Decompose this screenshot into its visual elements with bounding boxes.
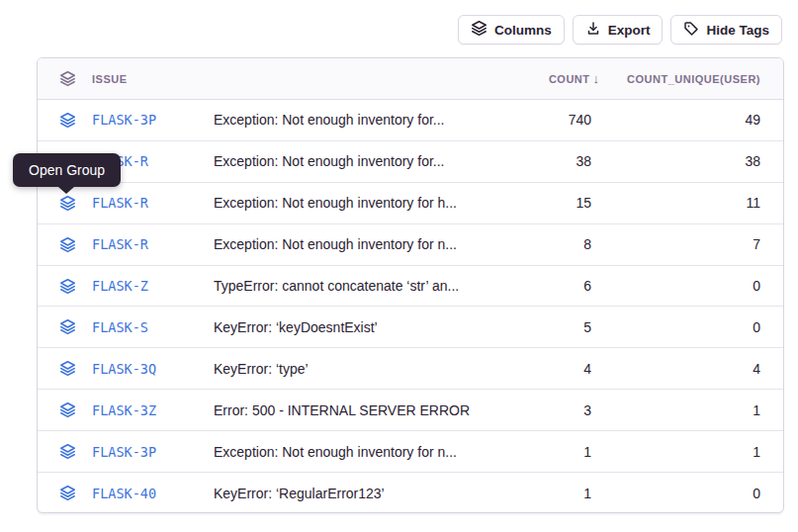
table-row: FLASK-3P Exception: Not enough inventory…: [38, 100, 783, 141]
layers-icon: [471, 20, 488, 40]
count-unique-value: 1: [607, 444, 783, 460]
issue-link[interactable]: FLASK-R: [92, 195, 148, 211]
results-table: ISSUE COUNT↓ COUNT_UNIQUE(USER) FLASK-3P…: [37, 57, 784, 513]
issue-cell: FLASK-S: [38, 318, 214, 335]
table-row: FLASK-3P Exception: Not enough inventory…: [38, 431, 783, 473]
count-unique-value: 11: [607, 195, 783, 211]
count-value: 3: [488, 402, 607, 418]
count-unique-value: 7: [607, 236, 783, 252]
table-row: FLASK-R Exception: Not enough inventory …: [38, 141, 783, 183]
open-group-layers-icon[interactable]: [59, 236, 76, 253]
toolbar: Columns Export Hide Tags: [458, 15, 782, 44]
count-unique-value: 4: [607, 361, 783, 377]
count-unique-value: 38: [607, 153, 783, 169]
hide-tags-button-label: Hide Tags: [706, 23, 769, 38]
issue-cell: FLASK-3P: [38, 112, 214, 129]
open-group-layers-icon[interactable]: [59, 485, 76, 501]
issue-link[interactable]: FLASK-R: [92, 236, 148, 252]
count-unique-value: 0: [607, 319, 783, 335]
count-value: 6: [488, 278, 607, 294]
open-group-layers-icon[interactable]: [59, 112, 76, 129]
export-button-label: Export: [608, 23, 651, 38]
issue-cell: FLASK-40: [38, 485, 214, 501]
table-row: FLASK-3Z Error: 500 - INTERNAL SERVER ER…: [38, 390, 783, 431]
issue-cell: FLASK-3P: [38, 443, 214, 460]
open-group-layers-icon[interactable]: [59, 318, 76, 335]
count-unique-value: 49: [607, 112, 783, 128]
issue-link[interactable]: FLASK-Z: [92, 278, 148, 294]
count-value: 740: [488, 112, 607, 128]
count-column-label: COUNT: [549, 73, 590, 85]
layers-icon: [59, 70, 76, 87]
open-group-layers-icon[interactable]: [59, 195, 76, 212]
issue-link[interactable]: FLASK-3P: [92, 444, 156, 460]
hide-tags-button[interactable]: Hide Tags: [670, 15, 782, 44]
table-header-row: ISSUE COUNT↓ COUNT_UNIQUE(USER): [38, 58, 783, 100]
issue-cell: FLASK-3Z: [38, 401, 214, 418]
issue-message: KeyError: ‘RegularError123’: [214, 486, 488, 501]
count-value: 1: [488, 444, 607, 460]
issue-message: TypeError: cannot concatenate ‘str’ an..…: [214, 278, 488, 294]
sort-desc-arrow-icon: ↓: [593, 71, 600, 86]
columns-button[interactable]: Columns: [458, 15, 565, 44]
issue-cell: FLASK-Z: [38, 278, 214, 295]
issue-message: Exception: Not enough inventory for...: [214, 112, 488, 128]
open-group-tooltip: Open Group: [13, 153, 121, 187]
issue-message: Exception: Not enough inventory for n...: [214, 236, 488, 252]
issue-column-label: ISSUE: [92, 73, 128, 85]
open-group-layers-icon[interactable]: [59, 443, 76, 460]
issue-link[interactable]: FLASK-3Z: [92, 402, 156, 418]
issue-link[interactable]: FLASK-3P: [92, 112, 156, 128]
tag-icon: [683, 21, 699, 40]
issue-cell: FLASK-R: [38, 236, 214, 253]
issue-cell: FLASK-R: [38, 195, 214, 212]
download-icon: [585, 21, 601, 40]
table-row: FLASK-40 KeyError: ‘RegularError123’ 1 0: [38, 473, 783, 513]
issue-link[interactable]: FLASK-S: [92, 319, 148, 335]
open-group-tooltip-label: Open Group: [29, 162, 105, 178]
columns-button-label: Columns: [494, 23, 552, 38]
count-unique-value: 0: [607, 486, 783, 501]
table-body: FLASK-3P Exception: Not enough inventory…: [38, 100, 783, 513]
table-row: FLASK-R Exception: Not enough inventory …: [38, 183, 783, 224]
count-column-header[interactable]: COUNT↓: [488, 71, 607, 86]
count-unique-column-header[interactable]: COUNT_UNIQUE(USER): [607, 73, 783, 85]
table-row: FLASK-Z TypeError: cannot concatenate ‘s…: [38, 266, 783, 308]
count-value: 38: [488, 153, 607, 169]
issue-message: KeyError: ‘keyDoesntExist’: [214, 319, 488, 335]
count-value: 4: [488, 361, 607, 377]
table-row: FLASK-R Exception: Not enough inventory …: [38, 224, 783, 266]
issue-link[interactable]: FLASK-40: [92, 486, 156, 501]
open-group-layers-icon[interactable]: [59, 360, 76, 377]
open-group-layers-icon[interactable]: [59, 401, 76, 418]
count-unique-value: 1: [607, 402, 783, 418]
open-group-layers-icon[interactable]: [59, 278, 76, 295]
issue-message: Exception: Not enough inventory for h...: [214, 195, 488, 211]
count-unique-value: 0: [607, 278, 783, 294]
issue-message: KeyError: ‘type’: [214, 361, 488, 377]
issue-link[interactable]: FLASK-3Q: [92, 361, 156, 377]
table-row: FLASK-3Q KeyError: ‘type’ 4 4: [38, 348, 783, 390]
issue-message: Error: 500 - INTERNAL SERVER ERROR: [214, 402, 488, 418]
issue-column-header[interactable]: ISSUE: [38, 70, 214, 87]
issue-message: Exception: Not enough inventory for...: [214, 153, 488, 169]
issue-cell: FLASK-3Q: [38, 360, 214, 377]
count-value: 8: [488, 236, 607, 252]
count-value: 1: [488, 486, 607, 501]
count-value: 5: [488, 319, 607, 335]
issue-message: Exception: Not enough inventory for n...: [214, 444, 488, 460]
table-row: FLASK-S KeyError: ‘keyDoesntExist’ 5 0: [38, 307, 783, 348]
count-value: 15: [488, 195, 607, 211]
export-button[interactable]: Export: [573, 15, 664, 44]
count-unique-column-label: COUNT_UNIQUE(USER): [627, 73, 760, 85]
